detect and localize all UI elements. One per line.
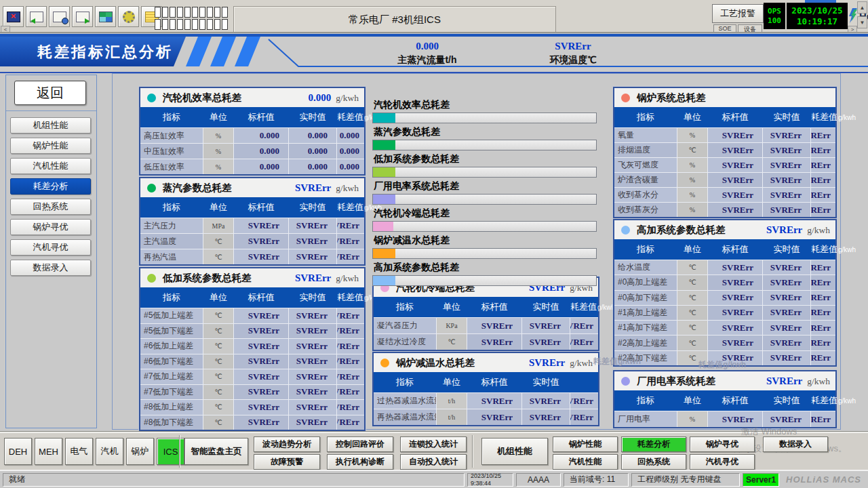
bottom-nav-耗差分析[interactable]: 耗差分析 [621,436,686,452]
sidebar-item-耗差分析[interactable]: 耗差分析 [10,178,91,195]
table-row: 高压缸效率%0.0000.0000.000 [140,128,364,143]
process-alarm-button[interactable]: 工艺报警 [712,4,764,23]
column-header: 实时值 [763,394,810,407]
panel-title-bar: 锅炉减温水总耗差SVRErrg/kwh [374,353,598,372]
indicator-box[interactable] [184,7,191,18]
unit-cell: ℃ [677,260,707,274]
bottom-button-故障预警[interactable]: 故障预警 [254,454,320,470]
soe-button[interactable]: SOE [713,24,736,33]
indicator-cell: 厂用电率 [614,411,677,427]
table-body: 主汽压力MPaSVRErrSVRErrSVRErr主汽温度℃SVRErrSVRE… [140,218,364,264]
benchmark-cell: SVRErr [234,400,288,415]
realtime-cell: SVRErr [289,249,336,264]
bottom-nav-数据录入[interactable]: 数据录入 [763,436,828,452]
column-header: 单位 [203,291,233,304]
export-page-icon[interactable] [72,6,93,27]
device-button[interactable]: 设备 [738,24,762,33]
indicator-box[interactable] [222,7,228,18]
indicator-box[interactable] [162,7,168,18]
steam-params-dot-icon [147,184,156,192]
table-row: 炉渣含碳量%SVRErrSVRErrSVRErr [614,173,835,187]
bottom-nav-回热系统[interactable]: 回热系统 [621,454,686,470]
bottom-button-自动投入统计[interactable]: 自动投入统计 [400,454,467,470]
unit-cell: % [677,158,707,172]
bottom-button-波动趋势分析[interactable]: 波动趋势分析 [254,436,320,452]
bottom-system-DEH[interactable]: DEH [4,438,32,465]
bottom-system-锅炉[interactable]: 锅炉 [126,438,154,465]
ghost-label: 耗差值g/kwh [698,359,746,371]
indicator-box[interactable] [192,7,198,18]
diff-cell: SVRErr [337,400,364,415]
scroll-left-icon[interactable]: < [1,26,10,33]
scroll-right-icon[interactable]: > [848,26,857,33]
indicator-box[interactable] [177,19,183,30]
indicator-cell: #5低加上端差 [140,308,203,323]
indicator-box[interactable] [170,19,176,30]
indicator-box[interactable] [199,7,205,18]
indicator-box[interactable] [214,7,220,18]
sidebar: 返回 机组性能锅炉性能汽机性能耗差分析回热系统锅炉寻优汽机寻优数据录入 [5,75,97,428]
table-body: 过热器减温水流量t/hSVRErrSVRErrSVRErr再热器减温水流量t/h… [374,392,598,425]
bottom-nav-汽机性能[interactable]: 汽机性能 [553,454,618,470]
bottom-button-执行机构诊断[interactable]: 执行机构诊断 [327,454,393,470]
print-schedule-icon[interactable] [49,6,70,27]
bottom-nav-锅炉性能[interactable]: 锅炉性能 [553,436,618,452]
indicator-box[interactable] [199,19,205,30]
table-row: #6低加下端差℃SVRErrSVRErrSVRErr [140,354,364,369]
indicator-box[interactable] [207,7,213,18]
indicator-box[interactable] [155,19,161,30]
scroll-up-icon[interactable]: ▲ [857,1,867,14]
clock-display: 2023/10/25 10:19:17 [787,3,848,29]
diff-cell: 0.000 [337,159,364,174]
ambient-temp-value: SVRErr [515,41,631,52]
sidebar-item-回热系统[interactable]: 回热系统 [10,199,91,215]
indicator-cell: 凝结水过冷度 [374,334,436,350]
realtime-cell: SVRErr [763,158,810,172]
mosaic-chart-icon[interactable] [95,6,116,27]
bottom-button-控制回路评价[interactable]: 控制回路评价 [327,436,393,452]
sidebar-item-汽机寻优[interactable]: 汽机寻优 [10,239,91,256]
sidebar-item-机组性能[interactable]: 机组性能 [10,117,91,134]
bottom-system-MEH[interactable]: MEH [35,438,62,465]
panel-total-value: SVRErrg/kwh [766,375,830,387]
column-header: 单位 [437,301,467,313]
table-row: 再热汽温℃SVRErrSVRErrSVRErr [140,249,364,264]
bottom-nav-锅炉寻优[interactable]: 锅炉寻优 [690,436,755,452]
indicator-box[interactable] [192,19,198,30]
panel-title: 锅炉系统总耗差 [637,92,706,104]
bottom-system-电气[interactable]: 电气 [65,438,93,465]
benchmark-cell: SVRErr [708,411,762,427]
indicator-box[interactable] [184,19,191,30]
smart-monitor-home-button[interactable]: 智能监盘主页 [184,438,248,465]
indicator-box[interactable] [214,19,220,30]
panel-boiler-system: 锅炉系统总耗差指标单位标杆值实时值耗差值g/kwh氧量%SVRErrSVRErr… [613,87,837,218]
indicator-box[interactable] [177,7,183,18]
sidebar-item-锅炉性能[interactable]: 锅炉性能 [10,138,91,154]
bottom-nav-汽机寻优[interactable]: 汽机寻优 [690,454,755,470]
print-back-icon [30,12,43,22]
column-header: 指标 [614,243,677,256]
indicator-box[interactable] [222,19,228,30]
unit-cell: KPa [437,318,467,333]
print-back-icon[interactable] [26,6,47,27]
table-row: 收到基灰分%SVRErrSVRErrSVRErr [614,203,835,217]
indicator-box[interactable] [162,19,168,30]
bottom-system-汽机[interactable]: 汽机 [96,438,123,465]
unit-cell: ℃ [677,336,707,350]
gear-icon[interactable] [118,6,139,27]
back-button[interactable]: 返回 [14,81,86,105]
unit-performance-button[interactable]: 机组性能 [481,438,548,465]
bottom-button-连锁投入统计[interactable]: 连锁投入统计 [400,436,467,452]
sidebar-item-锅炉寻优[interactable]: 锅炉寻优 [10,219,91,235]
indicator-box[interactable] [207,19,213,30]
sidebar-item-数据录入[interactable]: 数据录入 [10,260,91,276]
indicator-box[interactable] [155,7,161,18]
main-steam-flow-metric: 0.000 主蒸汽流量t/h [366,41,488,66]
benchmark-cell: 0.000 [234,159,288,174]
sidebar-item-汽机性能[interactable]: 汽机性能 [10,158,91,174]
bar-label: 厂用电率系统总耗差 [374,180,597,192]
monitor-icon[interactable]: × [3,6,24,27]
indicator-box[interactable] [170,7,176,18]
scroll-down-icon[interactable]: ▼ [857,16,867,28]
diff-cell: SVRErr [811,275,835,289]
